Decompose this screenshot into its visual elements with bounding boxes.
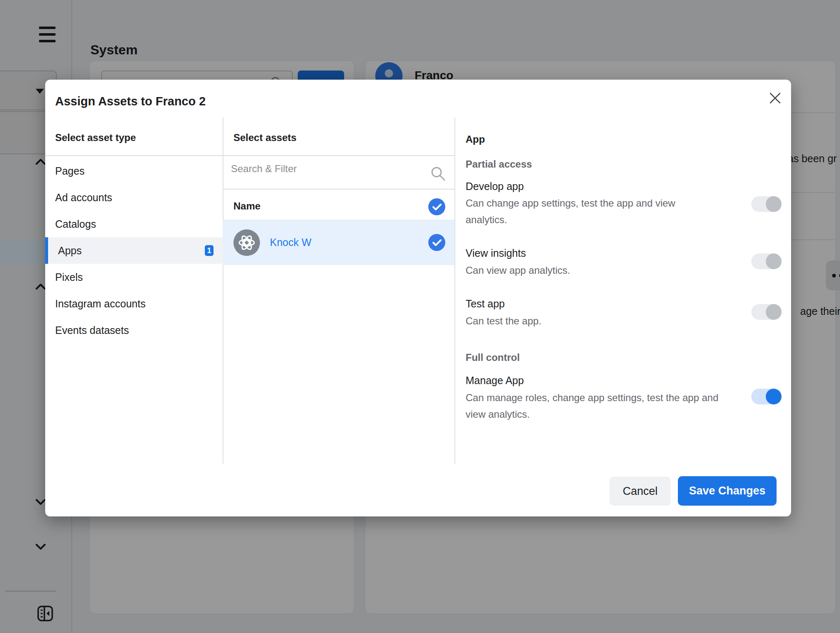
asset-type-list: Pages Ad accounts Catalogs Apps 1 Pixels… — [45, 158, 223, 343]
close-button[interactable] — [766, 89, 784, 107]
toggle-manage-app[interactable] — [751, 389, 782, 404]
check-icon — [432, 203, 442, 211]
assign-assets-dialog: Assign Assets to Franco 2 Select asset t… — [45, 80, 791, 516]
permission-label-test-app: Test app — [466, 298, 505, 310]
toggle-knob — [766, 196, 782, 212]
dialog-title: Assign Assets to Franco 2 — [55, 95, 206, 108]
permissions-column-header: App — [466, 134, 485, 145]
permission-description: Can change app settings, test the app an… — [466, 195, 706, 228]
asset-name: Knock W — [270, 236, 311, 248]
asset-checkbox[interactable] — [428, 234, 445, 251]
toggle-develop-app[interactable] — [751, 196, 782, 212]
asset-type-apps[interactable]: Apps 1 — [45, 237, 223, 264]
section-heading-full-control: Full control — [466, 352, 520, 363]
asset-type-ad-accounts[interactable]: Ad accounts — [45, 184, 223, 211]
asset-type-events-datasets[interactable]: Events datasets — [45, 317, 223, 343]
permission-label-develop-app: Develop app — [466, 180, 524, 192]
app-atom-icon — [233, 229, 260, 256]
assets-column-header: Select assets — [233, 132, 296, 144]
toggle-view-insights[interactable] — [751, 253, 782, 269]
search-icon — [431, 166, 446, 181]
toggle-knob — [766, 253, 782, 269]
permission-description: Can test the app. — [466, 313, 706, 329]
asset-type-instagram-accounts[interactable]: Instagram accounts — [45, 290, 223, 317]
asset-type-column-header: Select asset type — [55, 132, 136, 144]
count-badge: 1 — [205, 245, 214, 256]
section-heading-partial-access: Partial access — [466, 158, 532, 170]
row-divider — [223, 264, 454, 265]
close-icon — [770, 93, 781, 104]
search-input[interactable] — [230, 158, 418, 179]
selected-indicator-bar — [45, 237, 48, 264]
header-divider — [45, 155, 454, 156]
asset-type-catalogs[interactable]: Catalogs — [45, 211, 223, 237]
column-divider — [223, 117, 223, 464]
asset-type-pixels[interactable]: Pixels — [45, 264, 223, 290]
permission-label-manage-app: Manage App — [466, 375, 524, 387]
permission-description: Can manage roles, change app settings, t… — [466, 390, 727, 423]
search-divider — [223, 189, 454, 190]
toggle-test-app[interactable] — [751, 304, 782, 320]
cancel-button[interactable]: Cancel — [609, 477, 671, 506]
asset-type-pages[interactable]: Pages — [45, 158, 223, 184]
column-divider — [454, 117, 455, 464]
name-column-header: Name — [233, 200, 260, 212]
toggle-knob — [766, 389, 782, 404]
screen: System users — [0, 0, 840, 633]
check-icon — [432, 239, 442, 247]
permission-description: Can view app analytics. — [466, 262, 706, 279]
select-all-checkbox[interactable] — [428, 198, 445, 215]
permission-label-view-insights: View insights — [466, 247, 526, 259]
toggle-knob — [766, 304, 782, 320]
save-changes-button[interactable]: Save Changes — [678, 476, 777, 506]
